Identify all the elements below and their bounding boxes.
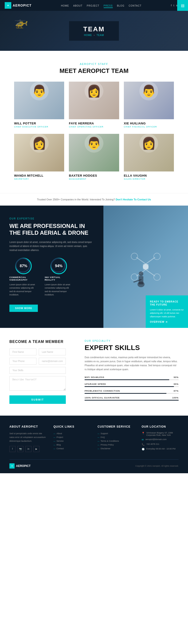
team-avatar-4: 👨 (85, 134, 103, 153)
footer-logo-icon: ✈ (9, 463, 14, 468)
footer-linkedin-icon[interactable]: in (25, 446, 31, 452)
circle-ring-1: 94% (50, 258, 67, 274)
footer-link-contact[interactable]: Contact (54, 447, 91, 450)
nav-press[interactable]: PRESS (104, 4, 113, 8)
email-input[interactable] (39, 358, 66, 364)
footer-youtube-icon[interactable]: ▶ (33, 446, 39, 452)
hero-title: TEAM (83, 26, 105, 33)
skill-label-0: WIFI SEAMLESS (85, 376, 104, 378)
team-avatar-0: 👨 (30, 82, 49, 100)
team-photo-5: 👩 (124, 134, 174, 172)
team-role-1: CHIEF OPERATING OFFICER (69, 126, 119, 128)
skill-bar-0: WIFI SEAMLESS 90% (85, 376, 179, 380)
team-avatar-3: 👩 (30, 134, 49, 153)
footer-service-col: CUSTOMER SERVICE Support FAQ Terms & Con… (98, 425, 135, 452)
ready-box-title: READY TO EMBRACE THE FUTURE (150, 300, 184, 306)
nav-blog[interactable]: BLOG (117, 4, 125, 7)
join-skills-section: BECOME A TEAM MEMBER SUBMIT OUR SPECIALI… (0, 328, 188, 416)
circle-desc-0: Lorem ipsum dolor sit amet consectetur a… (9, 283, 38, 296)
footer-service-links: Support FAQ Terms & Conditions Privacy P… (98, 432, 135, 450)
submit-button[interactable]: SUBMIT (9, 396, 66, 404)
skill-label-1: UPGRADE SPEED (85, 383, 106, 385)
nav-contact[interactable]: CONTACT (129, 4, 142, 7)
skill-bar-3: 100% OFFICIAL GUARANTEE 100% (85, 396, 179, 400)
skill-bar-bg-1 (85, 386, 179, 387)
nav-home[interactable]: HOME (61, 4, 69, 7)
footer-link-project[interactable]: Project (54, 435, 91, 439)
team-role-5: SALES DIRECTOR (124, 178, 174, 180)
overview-label: OVERVIEW (150, 320, 165, 323)
trusted-text: Trusted Over 2569+ Companies in the Worl… (37, 198, 115, 201)
first-name-input[interactable] (9, 348, 36, 356)
show-more-button[interactable]: SHOW MORE (9, 304, 38, 312)
footer-link-about[interactable]: About (54, 432, 91, 435)
team-grid: 👨 WILL POTTER CHIEF EXECUTIVE OFFICER 👩 … (14, 82, 174, 181)
skill-label-3: 100% OFFICIAL GUARANTEE (85, 396, 120, 399)
last-name-input[interactable] (39, 348, 66, 356)
team-card-2: 👨 XIE HUILIANG CHIEF FINANCIAL OFFICER (124, 82, 174, 129)
form-row-skills (9, 367, 66, 374)
footer-instagram-icon[interactable]: 📷 (17, 446, 23, 452)
hero-banner: 🚁 TEAM HOME › TEAM (0, 11, 188, 51)
footer-copyright: Copyright © 2021 Aeropict. All rights re… (135, 465, 179, 467)
team-name-4: BAXTER HODGES (69, 174, 119, 177)
expertise-desc: Lorem ipsum dolor sit amet, consectetur … (9, 240, 94, 252)
svg-line-2 (136, 257, 146, 264)
footer-service-disclaimer[interactable]: Disclaimer (98, 447, 135, 450)
team-photo-3: 👩 (14, 134, 64, 172)
phone-input[interactable] (9, 358, 36, 364)
svg-point-12 (139, 272, 143, 276)
email-icon: ✉ (142, 438, 144, 441)
trusted-bar: Trusted Over 2569+ Companies in the Worl… (0, 193, 188, 206)
team-role-2: CHIEF FINANCIAL OFFICER (124, 126, 174, 128)
team-info-5: ELLA VAUGHN SALES DIRECTOR (124, 172, 174, 181)
skill-bar-bg-3 (85, 400, 179, 400)
ready-box-link[interactable]: OVERVIEW ➜ (150, 320, 184, 323)
footer-links-title: QUICK LINKS (54, 425, 91, 428)
describe-input[interactable] (9, 376, 66, 391)
team-info-0: WILL POTTER CHIEF EXECUTIVE OFFICER (14, 119, 64, 129)
skill-bar-bg-2 (85, 393, 179, 394)
team-photo-0: 👨 (14, 82, 64, 119)
trusted-link[interactable]: Don't Hesitate To Contact Us (116, 198, 151, 201)
location-icon: 📍 (142, 432, 145, 434)
skill-pct-2: 87% (174, 390, 179, 392)
footer-link-blog[interactable]: Blog (54, 443, 91, 447)
footer-link-service[interactable]: Service (54, 439, 91, 443)
twitter-icon[interactable]: t (174, 4, 174, 7)
skill-bar-fill-2 (85, 393, 166, 394)
team-name-0: WILL POTTER (14, 122, 64, 125)
ready-box: READY TO EMBRACE THE FUTURE Lorem 5 dolo… (146, 296, 188, 328)
nav-logo[interactable]: ✈ AEROPICT (5, 2, 31, 9)
hours-text: Everyday 09:00 AM - 10:00 PM (146, 448, 176, 450)
skill-label-2: PROBLEMATIC CONNECTION (85, 390, 120, 392)
team-info-4: BAXTER HODGES MANAGEMENT (69, 172, 119, 181)
footer-facebook-icon[interactable]: f (9, 446, 15, 452)
stat-commercial: 87% COMMERCIAL VIDEOGRAPHY Lorem ipsum d… (9, 258, 38, 296)
skill-bar-fill-1 (85, 386, 174, 387)
join-title: BECOME A TEAM MEMBER (9, 340, 66, 344)
team-section-tag: AEROPICT STAFF (14, 62, 174, 66)
team-avatar-5: 👩 (139, 134, 158, 153)
team-card-0: 👨 WILL POTTER CHIEF EXECUTIVE OFFICER (14, 82, 64, 129)
team-role-0: CHIEF EXECUTIVE OFFICER (14, 126, 64, 128)
footer-address: 📍 Srinivasan Biagery ST, 2399 Corporate … (142, 432, 179, 436)
skills-input[interactable] (9, 367, 66, 374)
form-row-contact (9, 358, 66, 364)
footer-service-terms[interactable]: Terms & Conditions (98, 439, 135, 443)
facebook-icon[interactable]: f (171, 4, 172, 7)
team-card-4: 👨 BAXTER HODGES MANAGEMENT (69, 134, 119, 181)
footer-service-support[interactable]: Support (98, 432, 135, 435)
skill-bar-fill-3 (85, 400, 179, 400)
nav-project[interactable]: PROJECT (87, 4, 99, 7)
nav-about[interactable]: ABOUT (73, 4, 82, 7)
footer-logo: ✈ AEROPICT (9, 463, 30, 468)
footer-about-col: ABOUT AEROPICT Sed ut perspiciatis unde … (9, 425, 46, 452)
join-section: BECOME A TEAM MEMBER SUBMIT (0, 340, 75, 404)
svg-point-7 (131, 274, 138, 280)
footer-service-title: CUSTOMER SERVICE (98, 425, 135, 428)
svg-point-5 (154, 253, 160, 260)
footer-service-privacy[interactable]: Privacy Policy (98, 443, 135, 447)
footer-service-faq[interactable]: FAQ (98, 435, 135, 439)
team-section: AEROPICT STAFF MEET AEROPICT TEAM 👨 WILL… (0, 51, 188, 193)
